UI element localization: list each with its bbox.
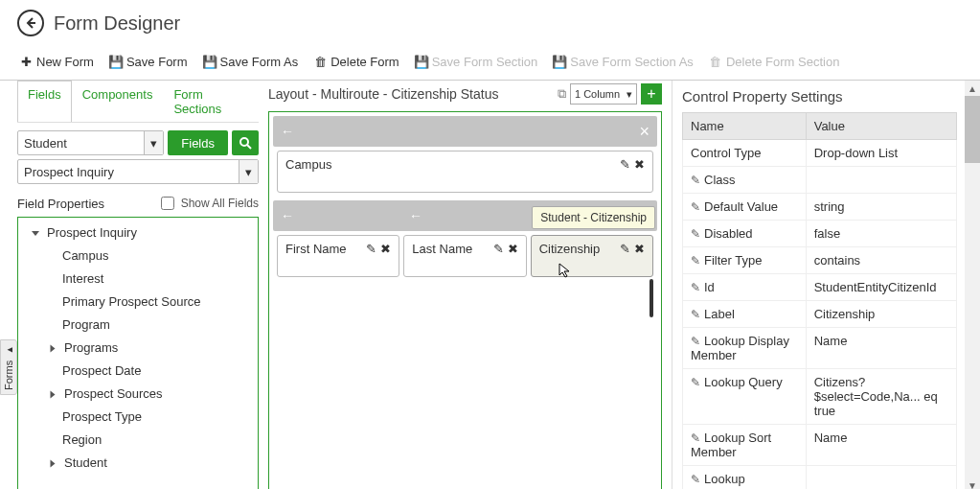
tab-fields[interactable]: Fields (17, 81, 72, 122)
entity-select[interactable]: Student ▾ (17, 130, 164, 155)
pencil-icon[interactable]: ✎ (691, 200, 700, 214)
tree-item[interactable]: Campus (18, 244, 258, 268)
pencil-icon[interactable]: ✎ (620, 242, 630, 256)
remove-icon[interactable]: ✖ (380, 242, 391, 256)
property-row[interactable]: ✎Class (683, 167, 957, 194)
pencil-icon[interactable]: ✎ (691, 254, 700, 268)
back-button[interactable] (17, 10, 44, 36)
form-select[interactable]: Prospect Inquiry ▾ (17, 159, 259, 184)
show-all-fields-checkbox[interactable] (161, 197, 174, 210)
pencil-icon[interactable]: ✎ (366, 242, 376, 256)
tree-item[interactable]: Prospect Inquiry (18, 221, 258, 244)
property-row[interactable]: Control TypeDrop-down List (683, 140, 957, 167)
property-row[interactable]: ✎Disabledfalse (683, 221, 957, 247)
property-value[interactable]: Citizens?$select=Code,Na... eq true (806, 369, 956, 425)
scroll-down-icon[interactable]: ▼ (965, 477, 980, 489)
property-name: ✎Lookup Display Member (683, 328, 807, 369)
forms-side-tab[interactable]: Forms ▸ (0, 339, 17, 395)
tab-form-sections[interactable]: Form Sections (163, 81, 259, 122)
property-row[interactable]: ✎Lookup Display MemberName (683, 328, 957, 369)
drop-indicator (650, 279, 653, 317)
scroll-up-icon[interactable]: ▲ (965, 81, 980, 96)
remove-icon[interactable]: ✖ (634, 242, 645, 256)
new-form-button[interactable]: ✚New Form (17, 51, 96, 73)
property-value[interactable]: Name (806, 328, 956, 369)
field-citizenship[interactable]: Citizenship ✎✖ (531, 235, 653, 277)
property-name: ✎Disabled (683, 221, 807, 247)
tree-item[interactable]: Prospect Date (18, 360, 258, 383)
pencil-icon[interactable]: ✎ (691, 227, 700, 241)
pencil-icon[interactable]: ✎ (691, 431, 700, 445)
vertical-scrollbar[interactable]: ▲ ▼ (965, 81, 980, 489)
property-name: ✎Label (683, 301, 807, 328)
remove-icon[interactable]: ✖ (634, 157, 645, 172)
section-bar[interactable]: ← × (273, 116, 657, 147)
property-name: ✎Class (683, 167, 807, 194)
col-name[interactable]: Name (683, 113, 807, 140)
tab-components[interactable]: Components (72, 81, 164, 122)
property-value[interactable]: Drop-down List (806, 140, 956, 167)
add-section-button[interactable]: + (641, 83, 662, 105)
search-button[interactable] (232, 130, 259, 155)
tree-item[interactable]: Program (18, 314, 258, 337)
property-value[interactable]: false (806, 221, 956, 247)
property-row[interactable]: ✎IdStudentEntityCitizenId (683, 274, 957, 301)
property-value[interactable] (806, 167, 956, 194)
property-value[interactable] (806, 466, 956, 490)
property-value[interactable]: Citizenship (806, 301, 956, 328)
property-name: ✎Id (683, 274, 807, 301)
pencil-icon[interactable]: ✎ (691, 335, 700, 348)
field-campus[interactable]: Campus ✎✖ (277, 151, 653, 193)
pencil-icon[interactable]: ✎ (691, 281, 700, 294)
scroll-thumb[interactable] (965, 96, 980, 163)
arrow-left-icon: ← (281, 208, 294, 223)
save-icon: 💾 (109, 55, 123, 69)
layout-canvas[interactable]: ← × Campus ✎✖ ← ← × Student - Citizenshi… (268, 111, 662, 489)
property-row[interactable]: ✎Filter Typecontains (683, 247, 957, 274)
property-value[interactable]: contains (806, 247, 956, 274)
fields-button[interactable]: Fields (168, 130, 228, 155)
show-all-fields-label[interactable]: Show All Fields (157, 194, 259, 213)
remove-icon[interactable]: ✖ (508, 242, 518, 256)
property-row[interactable]: ✎Lookup Translation Members (683, 466, 957, 490)
tree-item[interactable]: Interest (18, 268, 258, 291)
tree-item[interactable]: Region (18, 429, 258, 452)
arrow-left-icon (24, 16, 37, 30)
field-first-name[interactable]: First Name ✎✖ (277, 235, 399, 277)
pencil-icon[interactable]: ✎ (620, 157, 630, 172)
col-value[interactable]: Value (806, 113, 956, 140)
tree-item[interactable]: Programs (18, 337, 258, 360)
pencil-icon[interactable]: ✎ (691, 376, 700, 389)
property-value[interactable]: Name (806, 425, 956, 466)
delete-section-button: 🗑Delete Form Section (707, 51, 842, 73)
property-name: ✎Filter Type (683, 247, 807, 274)
copy-icon[interactable]: ⧉ (558, 86, 566, 102)
field-tree[interactable]: Prospect Inquiry Campus Interest Primary… (17, 217, 259, 489)
tree-item[interactable]: Student (18, 452, 258, 475)
property-row[interactable]: ✎Lookup QueryCitizens?$select=Code,Na...… (683, 369, 957, 425)
forms-side-tab-label: Forms (3, 361, 14, 390)
pencil-icon[interactable]: ✎ (691, 473, 700, 486)
property-value[interactable]: string (806, 194, 956, 221)
tree-item[interactable]: Prospect Type (18, 406, 258, 429)
expander-icon (32, 231, 39, 236)
property-row[interactable]: ✎LabelCitizenship (683, 301, 957, 328)
tree-item[interactable]: Prospect Sources (18, 383, 258, 406)
save-section-as-button: 💾Save Form Section As (551, 51, 695, 73)
pencil-icon[interactable]: ✎ (493, 242, 504, 256)
trash-icon: 🗑 (709, 55, 722, 69)
field-last-name[interactable]: Last Name ✎✖ (403, 235, 526, 277)
tree-item[interactable]: Primary Prospect Source (18, 291, 258, 314)
column-select[interactable]: 1 Column ▾ (570, 83, 637, 105)
arrow-left-icon: ← (281, 124, 294, 139)
property-value[interactable]: StudentEntityCitizenId (806, 274, 956, 301)
pencil-icon[interactable]: ✎ (691, 308, 700, 321)
property-name: Control Type (683, 140, 807, 167)
close-icon[interactable]: × (639, 122, 650, 142)
pencil-icon[interactable]: ✎ (691, 174, 700, 187)
property-row[interactable]: ✎Lookup Sort MemberName (683, 425, 957, 466)
save-form-as-button[interactable]: 💾Save Form As (201, 51, 301, 73)
delete-form-button[interactable]: 🗑Delete Form (311, 51, 401, 73)
property-row[interactable]: ✎Default Valuestring (683, 194, 957, 221)
save-form-button[interactable]: 💾Save Form (107, 51, 190, 73)
